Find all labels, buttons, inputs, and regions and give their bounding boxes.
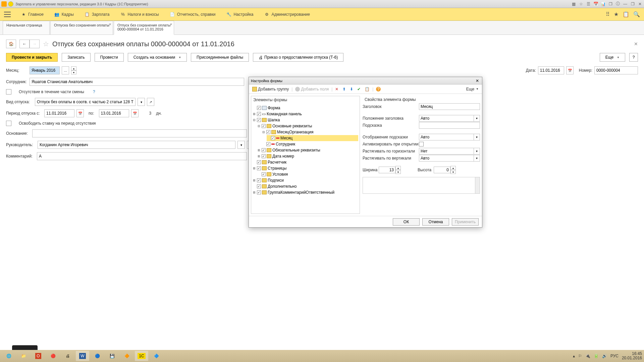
taskbar-teamviewer[interactable]: 🔷 bbox=[150, 351, 163, 361]
leave-type-open[interactable]: ↗ bbox=[147, 98, 154, 106]
tree-item[interactable]: ⊞▭Командная панель bbox=[253, 111, 358, 117]
print-order-button[interactable]: Приказ о предоставлении отпуска (Т-6) bbox=[253, 53, 343, 62]
prop-width-input[interactable] bbox=[379, 167, 395, 173]
ok-button[interactable]: ОК bbox=[393, 218, 420, 226]
check-button[interactable]: ✔ bbox=[356, 86, 362, 92]
tab-start-page[interactable]: Начальная страница bbox=[3, 21, 50, 35]
taskbar-1c[interactable]: 1C bbox=[135, 351, 148, 361]
taskbar-app2[interactable]: 🔶 bbox=[120, 351, 133, 361]
tree-item[interactable]: ⊟МесяцОрганизация bbox=[262, 129, 358, 135]
dropdown-icon[interactable]: ▼ bbox=[474, 155, 480, 162]
tree-item[interactable]: Расчетчик bbox=[253, 159, 358, 165]
post-button[interactable]: Провести bbox=[95, 53, 124, 62]
menu-reports[interactable]: 📄Отчетность, справки bbox=[164, 12, 221, 17]
tab-leave-doc[interactable]: Отпуск без сохранения оплаты 0000-000004… bbox=[114, 21, 174, 35]
width-up[interactable]: ▲ bbox=[395, 166, 401, 170]
release-rate-checkbox[interactable] bbox=[6, 121, 11, 126]
search-icon[interactable]: 🔍 bbox=[633, 11, 640, 17]
maximize-icon[interactable]: ❐ bbox=[630, 1, 635, 7]
month-picker-button[interactable]: … bbox=[62, 66, 69, 74]
dropdown-icon[interactable]: ▼ bbox=[474, 148, 480, 155]
tree-item[interactable]: ⊟Основные реквизиты bbox=[257, 123, 358, 129]
tray-arrow-icon[interactable]: ▴ bbox=[573, 354, 575, 358]
tree-item[interactable]: Условия bbox=[257, 171, 358, 177]
help-button[interactable]: ? bbox=[629, 53, 638, 62]
help-link-icon[interactable]: ? bbox=[93, 89, 95, 94]
info-icon[interactable]: ⓘ bbox=[615, 1, 621, 7]
leave-type-input[interactable] bbox=[35, 98, 136, 106]
tree-item[interactable]: ⊟Шапка bbox=[253, 117, 358, 123]
taskbar-explorer[interactable]: 📁 bbox=[17, 351, 30, 361]
employee-input[interactable] bbox=[30, 78, 244, 86]
title-tool-5[interactable]: 📊 bbox=[600, 1, 606, 7]
attached-files-button[interactable]: Присоединенные файлы bbox=[191, 53, 249, 62]
dialog-close-icon[interactable]: ✕ bbox=[475, 78, 480, 83]
menu-admin[interactable]: ⚙Администрирование bbox=[259, 12, 315, 17]
tree-item[interactable]: ⊞Обязательные реквизиты bbox=[257, 147, 358, 153]
height-down[interactable]: ▼ bbox=[450, 170, 456, 174]
tray-battery-icon[interactable]: 🔋 bbox=[594, 354, 599, 358]
height-up[interactable]: ▲ bbox=[450, 166, 456, 170]
post-and-close-button[interactable]: Провести и закрыть bbox=[6, 53, 58, 62]
tray-action-center-icon[interactable]: ⚐ bbox=[578, 354, 582, 358]
month-up[interactable]: ▲ bbox=[71, 66, 76, 70]
month-down[interactable]: ▼ bbox=[71, 70, 76, 74]
prop-stretch-h-value[interactable]: Нет bbox=[419, 148, 474, 155]
tree-item[interactable]: Форма bbox=[253, 105, 358, 111]
dropdown-icon[interactable]: ▼ bbox=[474, 115, 480, 122]
taskbar-app1[interactable]: 🔴 bbox=[46, 351, 60, 361]
month-input[interactable] bbox=[30, 66, 60, 74]
create-based-button[interactable]: Создать на основании bbox=[128, 53, 187, 62]
menu-salary[interactable]: 📋Зарплата bbox=[79, 12, 115, 17]
width-down[interactable]: ▼ bbox=[395, 170, 401, 174]
history-back-icon[interactable] bbox=[8, 1, 13, 7]
tab-leaves-list[interactable]: Отпуска без сохранения оплаты ✕ bbox=[50, 21, 113, 35]
more-button[interactable]: Еще bbox=[600, 53, 625, 62]
menu-taxes[interactable]: %Налоги и взносы bbox=[115, 12, 164, 17]
menu-main[interactable]: ★Главное bbox=[15, 12, 49, 17]
move-down-button[interactable]: ⬇ bbox=[348, 86, 355, 92]
prop-activate-checkbox[interactable] bbox=[419, 142, 424, 146]
dialog-more-button[interactable]: Еще▼ bbox=[465, 86, 480, 92]
prop-header-input[interactable] bbox=[419, 103, 480, 110]
date-picker-button[interactable]: 📅 bbox=[566, 66, 574, 74]
prop-tooltip-display-value[interactable]: Авто bbox=[419, 134, 474, 140]
move-up-button[interactable]: ⬆ bbox=[341, 86, 347, 92]
leave-type-dropdown[interactable]: ▾ bbox=[138, 98, 145, 106]
prop-height-input[interactable] bbox=[434, 167, 450, 173]
menu-settings[interactable]: 🔧Настройка bbox=[221, 12, 259, 17]
save-button[interactable]: Записать bbox=[62, 53, 90, 62]
add-group-button[interactable]: Добавить группу bbox=[251, 86, 290, 92]
period-from-picker[interactable]: 📅 bbox=[76, 109, 84, 117]
prop-header-pos-value[interactable]: Авто bbox=[419, 115, 474, 122]
tree-item[interactable]: ⊞Дата номер bbox=[257, 153, 358, 159]
cancel-button[interactable]: Отмена bbox=[422, 218, 449, 226]
tree-item[interactable]: ⊞Страницы bbox=[253, 165, 358, 171]
tray-clock[interactable]: 16:45 20.01.2016 bbox=[622, 352, 642, 360]
partial-absence-checkbox[interactable] bbox=[6, 89, 11, 95]
clipboard-icon[interactable]: 📋 bbox=[623, 11, 629, 17]
close-icon[interactable]: ✕ bbox=[637, 1, 643, 7]
period-from-input[interactable] bbox=[44, 109, 74, 117]
tree-item[interactable]: ⊞Подписи bbox=[253, 177, 358, 183]
tree-item[interactable]: Месяц bbox=[267, 135, 358, 141]
dropdown-icon[interactable]: ▼ bbox=[474, 134, 480, 140]
forward-button[interactable]: → bbox=[30, 40, 40, 48]
toolbar-help-button[interactable]: ? bbox=[375, 86, 382, 92]
manager-dropdown[interactable]: ▾ bbox=[237, 141, 245, 149]
title-tool-2[interactable]: ☆ bbox=[578, 1, 584, 7]
tab-close-icon[interactable]: ✕ bbox=[109, 22, 111, 26]
window-icon[interactable]: ❐ bbox=[608, 1, 613, 7]
taskbar-ie[interactable]: 🌐 bbox=[2, 351, 15, 361]
tree-item[interactable]: Сотрудник bbox=[262, 141, 358, 147]
tray-volume-icon[interactable]: 🔊 bbox=[602, 354, 607, 358]
period-to-picker[interactable]: 📅 bbox=[131, 109, 139, 117]
comment-input[interactable] bbox=[37, 152, 247, 160]
manager-input[interactable] bbox=[38, 141, 235, 149]
prop-tooltip-input[interactable] bbox=[419, 122, 480, 129]
title-tool-1[interactable]: ▦ bbox=[571, 1, 576, 7]
taskbar-chrome[interactable]: 🔵 bbox=[91, 351, 104, 361]
favorite-icon[interactable]: ★ bbox=[614, 11, 619, 17]
taskbar-save[interactable]: 💾 bbox=[105, 351, 119, 361]
back-button[interactable]: ← bbox=[19, 40, 30, 48]
